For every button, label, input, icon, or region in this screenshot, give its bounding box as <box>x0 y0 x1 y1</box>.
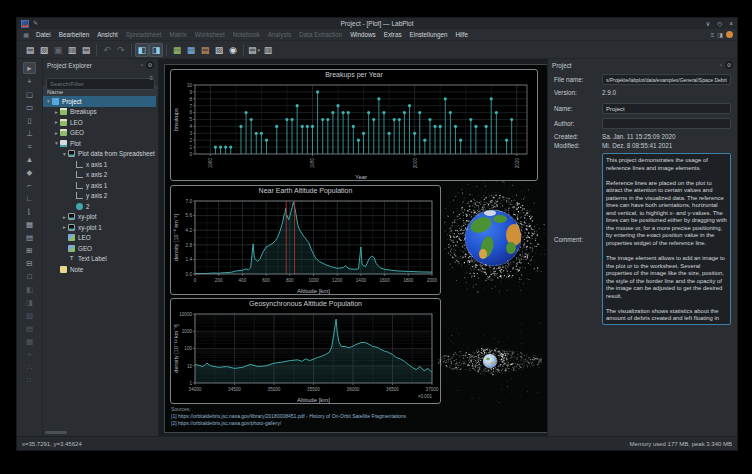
layout-h-icon[interactable]: ▥ <box>23 309 36 321</box>
reference-line-v-icon[interactable]: ∟ <box>23 192 36 204</box>
new-spreadsheet-button[interactable]: ▦ <box>170 43 184 57</box>
menu-hilfe[interactable]: Hilfe <box>451 31 472 38</box>
horizontal-scrollbar[interactable] <box>45 431 67 434</box>
menu-ansicht[interactable]: Ansicht <box>93 31 122 38</box>
add-image-icon[interactable]: ▤ <box>23 231 36 243</box>
new-worksheet-button[interactable]: ▤ <box>198 43 212 57</box>
breakups-chart[interactable]: 1960198020002020012345678910Yearbreakups <box>171 81 537 180</box>
data-extraction-button[interactable]: ◉ <box>226 43 240 57</box>
print-preview-button[interactable]: ▤ <box>79 43 93 57</box>
tree-item-text-label[interactable]: TText Label <box>43 254 156 265</box>
fit-width-icon[interactable]: ◧ <box>23 283 36 295</box>
tree-item-geo[interactable]: GEO <box>43 243 156 254</box>
notification-badge-icon[interactable] <box>726 31 733 38</box>
undo-button[interactable]: ↶ <box>100 43 114 57</box>
title-bar[interactable]: ✎ Project - [Plot] — LabPlot ∨ ◇ × <box>17 18 737 29</box>
expander-icon[interactable]: ▾ <box>61 151 68 157</box>
print-button[interactable]: ▥ <box>65 43 79 57</box>
menu-windows[interactable]: Windows <box>346 31 380 38</box>
filter-icon[interactable]: ≡ <box>149 75 153 81</box>
add-curve-icon[interactable]: ≈ <box>23 140 36 152</box>
tree-item-y-axis-2[interactable]: y axis 2 <box>43 191 156 202</box>
project-explorer-header[interactable]: Project Explorer ▫ ⚙ <box>43 59 158 71</box>
add-analysis-icon[interactable]: ◆ <box>23 166 36 178</box>
tree-item-project[interactable]: ▾Project <box>43 96 156 107</box>
new-project-button[interactable]: ▤ <box>23 43 37 57</box>
reference-line-h-icon[interactable]: ⌐ <box>23 179 36 191</box>
cursor-arrow-icon[interactable]: ► <box>23 62 36 74</box>
expander-icon[interactable]: ▸ <box>61 214 68 220</box>
comment-field[interactable]: This project demonstrates the usage of r… <box>602 153 731 325</box>
import-button[interactable]: ▥ <box>261 43 275 57</box>
properties-header[interactable]: Project ▫ ⚙ <box>548 59 737 71</box>
open-project-button[interactable]: ▧ <box>37 43 51 57</box>
toggle-properties-button[interactable]: ◨ <box>149 43 163 57</box>
dock-float-icon[interactable]: ▫ <box>141 62 143 68</box>
reference-corner-icon[interactable]: ⌊ <box>23 205 36 217</box>
redo-button[interactable]: ↷ <box>114 43 128 57</box>
crosshair-icon[interactable]: + <box>23 75 36 87</box>
worksheet-canvas[interactable]: Breakups per Year 1960198020002020012345… <box>164 64 548 433</box>
tree-item-geo[interactable]: ▸GEO <box>43 128 156 139</box>
grid-icon[interactable]: ∷ <box>23 374 36 386</box>
save-project-button[interactable]: ▣ <box>51 43 65 57</box>
zoom-select-icon[interactable]: ▢ <box>23 88 36 100</box>
geo-chart[interactable]: 3400034500350003550036000365003700011010… <box>171 310 440 403</box>
add-legend-icon[interactable]: ▲ <box>23 153 36 165</box>
layout-v-icon[interactable]: ▤ <box>23 322 36 334</box>
tree-item-x-axis-2[interactable]: x axis 2 <box>43 170 156 181</box>
minimize-button[interactable]: ∨ <box>705 20 710 28</box>
expander-icon[interactable]: ▸ <box>53 109 60 115</box>
expander-icon[interactable]: ▸ <box>53 119 60 125</box>
layout-grid-icon[interactable]: ▦ <box>23 335 36 347</box>
new-notebook-button[interactable]: ▨ <box>212 43 226 57</box>
menu-extras[interactable]: Extras <box>380 31 406 38</box>
near-earth-plot[interactable]: Near Earth Altitude Population 020040060… <box>170 185 441 295</box>
dock-gear-icon[interactable]: ⚙ <box>146 61 154 69</box>
zoom-out-icon[interactable]: ⊟ <box>23 257 36 269</box>
fit-height-icon[interactable]: ◨ <box>23 296 36 308</box>
geo-plot[interactable]: Geosynchronous Altitude Population 34000… <box>170 298 441 404</box>
tree-item-xy-plot-1[interactable]: ▸xy-plot 1 <box>43 222 156 233</box>
expander-icon[interactable]: ▸ <box>53 130 60 136</box>
tree-item-2[interactable]: 2 <box>43 201 156 212</box>
tree-item-leo[interactable]: LEO <box>43 233 156 244</box>
add-axis-icon[interactable]: ⊥ <box>23 127 36 139</box>
sources-text-label[interactable]: Sources: [1] https://orbitaldebris.jsc.n… <box>171 406 406 427</box>
tree-item-breakups[interactable]: ▸Breakups <box>43 107 156 118</box>
dock-float-icon[interactable]: ▫ <box>720 62 722 68</box>
breakups-plot[interactable]: Breakups per Year 1960198020002020012345… <box>170 69 538 181</box>
menu-datei[interactable]: Datei <box>32 31 55 38</box>
author-field[interactable] <box>602 118 731 129</box>
maximize-button[interactable]: ◇ <box>717 20 722 28</box>
dock-gear-icon[interactable]: ⚙ <box>725 61 733 69</box>
snap-icon[interactable]: ∴ <box>23 361 36 373</box>
menu-bearbeiten[interactable]: Bearbeiten <box>55 31 93 38</box>
tree-item-xy-plot[interactable]: ▸xy-plot <box>43 212 156 223</box>
file-name-field[interactable] <box>602 74 731 85</box>
tree-item-y-axis-1[interactable]: y axis 1 <box>43 180 156 191</box>
tree-item-x-axis-1[interactable]: x axis 1 <box>43 159 156 170</box>
tree-item-plot-data-from-spreadsheet[interactable]: ▾Plot data from Spreadsheet <box>43 149 156 160</box>
name-field[interactable] <box>602 103 731 114</box>
expander-icon[interactable]: ▾ <box>45 98 52 104</box>
toggle-project-explorer-button[interactable]: ◧ <box>135 43 149 57</box>
panel-toggle-icon[interactable]: ◨ <box>717 31 723 38</box>
add-plot-icon[interactable]: ▦ <box>23 218 36 230</box>
layout-break-icon[interactable]: ÷ <box>23 348 36 360</box>
zoom-x-select-icon[interactable]: ▭ <box>23 101 36 113</box>
new-matrix-button[interactable]: ▦ <box>184 43 198 57</box>
geo-debris-image[interactable] <box>435 299 547 423</box>
expander-icon[interactable]: ▸ <box>61 224 68 230</box>
search-input[interactable] <box>46 78 155 90</box>
menu-einstellungen[interactable]: Einstellungen <box>406 31 452 38</box>
hamburger-icon[interactable]: ≡ <box>711 32 715 38</box>
tree-item-leo[interactable]: ▸LEO <box>43 117 156 128</box>
leo-debris-image[interactable] <box>443 181 545 297</box>
zoom-fit-icon[interactable]: □ <box>23 270 36 282</box>
zoom-y-select-icon[interactable]: ▯ <box>23 114 36 126</box>
expander-icon[interactable]: ▾ <box>53 140 60 146</box>
zoom-in-icon[interactable]: ⊞ <box>23 244 36 256</box>
near-earth-chart[interactable]: 02004006008001000120014001600180020000.0… <box>171 197 440 294</box>
tree-item-plot[interactable]: ▾Plot <box>43 138 156 149</box>
